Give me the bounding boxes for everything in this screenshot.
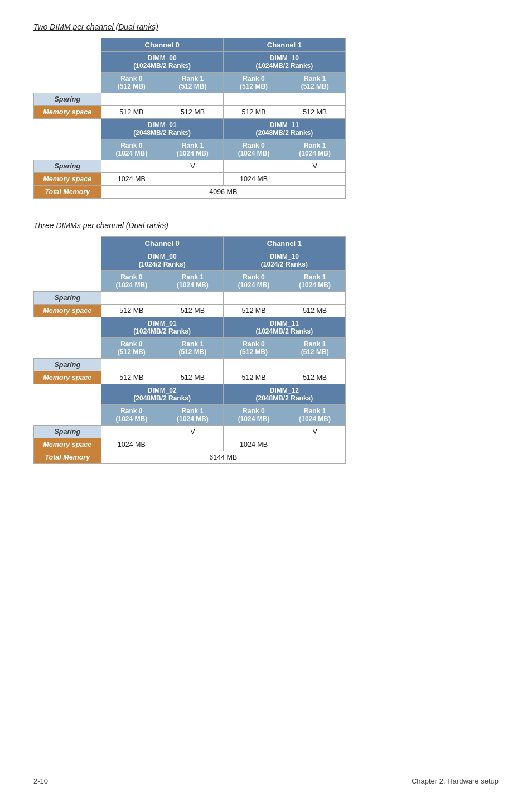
section1-dimm00-header: DIMM_00 (1024MB/2 Ranks) bbox=[101, 52, 223, 73]
s2-dimm12-rank1: Rank 1(1024 MB) bbox=[284, 405, 346, 426]
s2-mem-512-7: 512 MB bbox=[223, 371, 284, 384]
section1-sparing2-label: Sparing bbox=[34, 160, 101, 173]
section1-memspace1-label: Memory space bbox=[34, 106, 101, 119]
s2-mem-1024-2: 1024 MB bbox=[223, 438, 284, 451]
section2-channel1-header: Channel 1 bbox=[223, 237, 345, 250]
empty-cell-1 bbox=[34, 38, 101, 52]
s2-mem-512-1: 512 MB bbox=[101, 305, 162, 317]
s2-mem-512-4: 512 MB bbox=[284, 305, 346, 317]
section2-dimm02-header: DIMM_02 (2048MB/2 Ranks) bbox=[101, 384, 223, 405]
section1-dimm10-rank1: Rank 1(512 MB) bbox=[284, 73, 346, 93]
s2-sparing2-label: Sparing bbox=[34, 359, 101, 371]
s2-dimm11-rank0: Rank 0(512 MB) bbox=[223, 338, 284, 359]
section2-dimm00-header: DIMM_00 (1024/2 Ranks) bbox=[101, 250, 223, 271]
section1-channel1-header: Channel 1 bbox=[223, 38, 345, 52]
section1-channel0-header: Channel 0 bbox=[101, 38, 223, 52]
empty-cell-4 bbox=[34, 119, 101, 139]
page-number: 2-10 bbox=[33, 777, 48, 785]
footer: 2-10 Chapter 2: Hardware setup bbox=[33, 772, 499, 785]
s2-empty-7 bbox=[34, 405, 101, 426]
section1-dimm10-header: DIMM_10 (1024MB/2 Ranks) bbox=[223, 52, 345, 73]
s2-dimm02-rank0: Rank 0(1024 MB) bbox=[101, 405, 162, 426]
section1-dimm01-header: DIMM_01 (2048MB/2 Ranks) bbox=[101, 119, 223, 139]
section1-dimm01-rank0: Rank 0(1024 MB) bbox=[101, 139, 162, 160]
section1-dimm00-rank1: Rank 1(512 MB) bbox=[162, 73, 224, 93]
s2-empty-2 bbox=[34, 250, 101, 271]
s2-memspace1-label: Memory space bbox=[34, 305, 101, 317]
s2-dimm01-rank0: Rank 0(512 MB) bbox=[101, 338, 162, 359]
section1-dimm00-rank0: Rank 0(512 MB) bbox=[101, 73, 162, 93]
section1-mem-512-1: 512 MB bbox=[101, 106, 162, 119]
section1-table: Channel 0 Channel 1 DIMM_00 (1024MB/2 Ra… bbox=[33, 38, 346, 199]
s2-mem-512-3: 512 MB bbox=[223, 305, 284, 317]
s2-memspace3-label: Memory space bbox=[34, 438, 101, 451]
section1-dimm11-header: DIMM_11 (2048MB/2 Ranks) bbox=[223, 119, 345, 139]
s2-dimm00-rank0: Rank 0(1024 MB) bbox=[101, 271, 162, 292]
section1-dimm11-rank1: Rank 1(1024 MB) bbox=[284, 139, 346, 160]
section2-dimm11-header: DIMM_11 (1024MB/2 Ranks) bbox=[223, 317, 345, 338]
s2-empty-5 bbox=[34, 338, 101, 359]
s2-mem-512-5: 512 MB bbox=[101, 371, 162, 384]
section1-memspace2-label: Memory space bbox=[34, 173, 101, 186]
section1-mem-1024-1: 1024 MB bbox=[101, 173, 162, 186]
section1-title: Two DIMM per channel (Dual ranks) bbox=[33, 22, 499, 31]
s2-total-memory-value: 6144 MB bbox=[101, 451, 345, 464]
section1-dimm10-rank0: Rank 0(512 MB) bbox=[223, 73, 284, 93]
section1-total-memory-value: 4096 MB bbox=[101, 186, 345, 199]
s2-dimm10-rank1: Rank 1(1024 MB) bbox=[284, 271, 346, 292]
empty-cell-3 bbox=[34, 73, 101, 93]
section2-dimm01-header: DIMM_01 (1024MB/2 Ranks) bbox=[101, 317, 223, 338]
empty-cell-5 bbox=[34, 139, 101, 160]
section1-mem-512-2: 512 MB bbox=[162, 106, 224, 119]
s2-dimm02-rank1: Rank 1(1024 MB) bbox=[162, 405, 224, 426]
s2-dimm00-rank1: Rank 1(1024 MB) bbox=[162, 271, 224, 292]
section1-dimm01-rank1: Rank 1(1024 MB) bbox=[162, 139, 224, 160]
section1-mem-512-4: 512 MB bbox=[284, 106, 346, 119]
empty-cell-2 bbox=[34, 52, 101, 73]
s2-mem-512-2: 512 MB bbox=[162, 305, 224, 317]
s2-empty-3 bbox=[34, 271, 101, 292]
s2-dimm01-rank1: Rank 1(512 MB) bbox=[162, 338, 224, 359]
section2-dimm10-header: DIMM_10 (1024/2 Ranks) bbox=[223, 250, 345, 271]
section2: Three DIMMs per channel (Dual ranks) Cha… bbox=[33, 221, 499, 464]
s2-empty-1 bbox=[34, 237, 101, 250]
chapter-label: Chapter 2: Hardware setup bbox=[412, 777, 499, 785]
s2-memspace2-label: Memory space bbox=[34, 371, 101, 384]
s2-mem-512-6: 512 MB bbox=[162, 371, 224, 384]
s2-mem-512-8: 512 MB bbox=[284, 371, 346, 384]
section2-table: Channel 0 Channel 1 DIMM_00 (1024/2 Rank… bbox=[33, 236, 346, 464]
s2-sparing-v1: V bbox=[162, 426, 224, 438]
s2-dimm11-rank1: Rank 1(512 MB) bbox=[284, 338, 346, 359]
s2-sparing1-label: Sparing bbox=[34, 292, 101, 305]
section1-mem-1024-2: 1024 MB bbox=[223, 173, 284, 186]
section1-total-memory-label: Total Memory bbox=[34, 186, 101, 199]
s2-empty-6 bbox=[34, 384, 101, 405]
section1-sparing-v2: V bbox=[284, 160, 346, 173]
s2-empty-4 bbox=[34, 317, 101, 338]
section2-dimm12-header: DIMM_12 (2048MB/2 Ranks) bbox=[223, 384, 345, 405]
section1-sparing1-label: Sparing bbox=[34, 93, 101, 106]
section1: Two DIMM per channel (Dual ranks) Channe… bbox=[33, 22, 499, 199]
s2-sparing3-label: Sparing bbox=[34, 426, 101, 438]
s2-sparing-v2: V bbox=[284, 426, 346, 438]
s2-dimm12-rank0: Rank 0(1024 MB) bbox=[223, 405, 284, 426]
section1-mem-512-3: 512 MB bbox=[223, 106, 284, 119]
s2-dimm10-rank0: Rank 0(1024 MB) bbox=[223, 271, 284, 292]
section2-channel0-header: Channel 0 bbox=[101, 237, 223, 250]
s2-mem-1024-1: 1024 MB bbox=[101, 438, 162, 451]
section1-dimm11-rank0: Rank 0(1024 MB) bbox=[223, 139, 284, 160]
s2-total-memory-label: Total Memory bbox=[34, 451, 101, 464]
section2-title: Three DIMMs per channel (Dual ranks) bbox=[33, 221, 499, 230]
section1-sparing-v1: V bbox=[162, 160, 224, 173]
